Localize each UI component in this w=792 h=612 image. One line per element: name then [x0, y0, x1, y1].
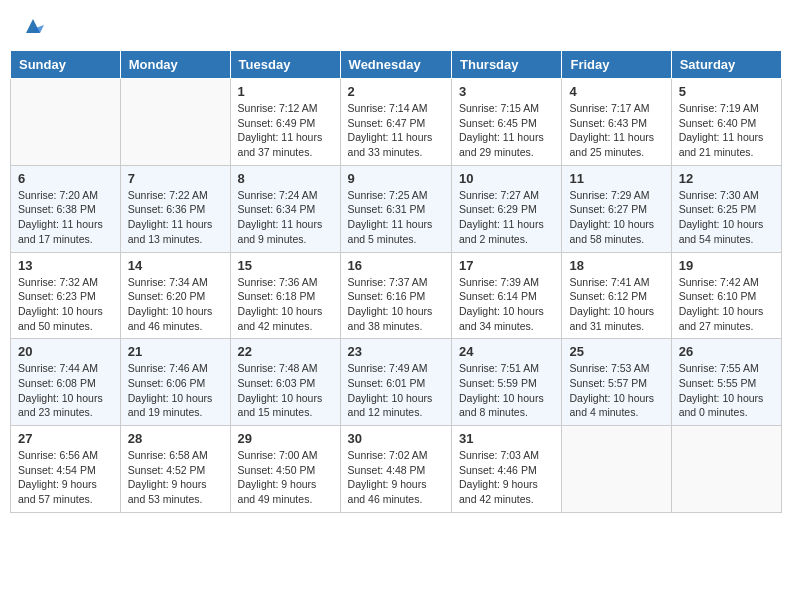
day-number: 10 — [459, 171, 554, 186]
calendar-week-2: 6Sunrise: 7:20 AM Sunset: 6:38 PM Daylig… — [11, 165, 782, 252]
day-number: 7 — [128, 171, 223, 186]
day-number: 29 — [238, 431, 333, 446]
day-info: Sunrise: 7:17 AM Sunset: 6:43 PM Dayligh… — [569, 101, 663, 160]
calendar-cell: 29Sunrise: 7:00 AM Sunset: 4:50 PM Dayli… — [230, 426, 340, 513]
day-info: Sunrise: 7:48 AM Sunset: 6:03 PM Dayligh… — [238, 361, 333, 420]
calendar-week-4: 20Sunrise: 7:44 AM Sunset: 6:08 PM Dayli… — [11, 339, 782, 426]
day-info: Sunrise: 7:37 AM Sunset: 6:16 PM Dayligh… — [348, 275, 444, 334]
day-info: Sunrise: 7:19 AM Sunset: 6:40 PM Dayligh… — [679, 101, 774, 160]
calendar-cell: 16Sunrise: 7:37 AM Sunset: 6:16 PM Dayli… — [340, 252, 451, 339]
calendar-cell: 23Sunrise: 7:49 AM Sunset: 6:01 PM Dayli… — [340, 339, 451, 426]
calendar-cell: 13Sunrise: 7:32 AM Sunset: 6:23 PM Dayli… — [11, 252, 121, 339]
calendar-cell: 21Sunrise: 7:46 AM Sunset: 6:06 PM Dayli… — [120, 339, 230, 426]
day-info: Sunrise: 6:58 AM Sunset: 4:52 PM Dayligh… — [128, 448, 223, 507]
column-header-monday: Monday — [120, 51, 230, 79]
day-info: Sunrise: 7:22 AM Sunset: 6:36 PM Dayligh… — [128, 188, 223, 247]
calendar-cell: 10Sunrise: 7:27 AM Sunset: 6:29 PM Dayli… — [452, 165, 562, 252]
day-number: 16 — [348, 258, 444, 273]
calendar-cell — [120, 79, 230, 166]
day-info: Sunrise: 7:25 AM Sunset: 6:31 PM Dayligh… — [348, 188, 444, 247]
page-header — [10, 10, 782, 42]
calendar-cell: 28Sunrise: 6:58 AM Sunset: 4:52 PM Dayli… — [120, 426, 230, 513]
day-info: Sunrise: 7:24 AM Sunset: 6:34 PM Dayligh… — [238, 188, 333, 247]
calendar-cell: 8Sunrise: 7:24 AM Sunset: 6:34 PM Daylig… — [230, 165, 340, 252]
day-number: 13 — [18, 258, 113, 273]
day-info: Sunrise: 6:56 AM Sunset: 4:54 PM Dayligh… — [18, 448, 113, 507]
column-header-wednesday: Wednesday — [340, 51, 451, 79]
day-info: Sunrise: 7:27 AM Sunset: 6:29 PM Dayligh… — [459, 188, 554, 247]
logo — [20, 15, 44, 37]
day-info: Sunrise: 7:55 AM Sunset: 5:55 PM Dayligh… — [679, 361, 774, 420]
day-info: Sunrise: 7:46 AM Sunset: 6:06 PM Dayligh… — [128, 361, 223, 420]
calendar-cell: 27Sunrise: 6:56 AM Sunset: 4:54 PM Dayli… — [11, 426, 121, 513]
day-number: 23 — [348, 344, 444, 359]
calendar-cell: 26Sunrise: 7:55 AM Sunset: 5:55 PM Dayli… — [671, 339, 781, 426]
day-number: 18 — [569, 258, 663, 273]
calendar-cell: 11Sunrise: 7:29 AM Sunset: 6:27 PM Dayli… — [562, 165, 671, 252]
day-info: Sunrise: 7:32 AM Sunset: 6:23 PM Dayligh… — [18, 275, 113, 334]
day-number: 6 — [18, 171, 113, 186]
day-number: 27 — [18, 431, 113, 446]
calendar-cell: 7Sunrise: 7:22 AM Sunset: 6:36 PM Daylig… — [120, 165, 230, 252]
day-number: 9 — [348, 171, 444, 186]
calendar-cell: 17Sunrise: 7:39 AM Sunset: 6:14 PM Dayli… — [452, 252, 562, 339]
day-number: 3 — [459, 84, 554, 99]
day-number: 12 — [679, 171, 774, 186]
calendar-week-5: 27Sunrise: 6:56 AM Sunset: 4:54 PM Dayli… — [11, 426, 782, 513]
day-number: 15 — [238, 258, 333, 273]
calendar-cell: 18Sunrise: 7:41 AM Sunset: 6:12 PM Dayli… — [562, 252, 671, 339]
day-number: 26 — [679, 344, 774, 359]
day-number: 4 — [569, 84, 663, 99]
calendar-cell: 24Sunrise: 7:51 AM Sunset: 5:59 PM Dayli… — [452, 339, 562, 426]
day-number: 8 — [238, 171, 333, 186]
column-header-saturday: Saturday — [671, 51, 781, 79]
day-number: 1 — [238, 84, 333, 99]
calendar-week-3: 13Sunrise: 7:32 AM Sunset: 6:23 PM Dayli… — [11, 252, 782, 339]
calendar-cell: 1Sunrise: 7:12 AM Sunset: 6:49 PM Daylig… — [230, 79, 340, 166]
day-info: Sunrise: 7:41 AM Sunset: 6:12 PM Dayligh… — [569, 275, 663, 334]
day-number: 22 — [238, 344, 333, 359]
calendar-cell: 22Sunrise: 7:48 AM Sunset: 6:03 PM Dayli… — [230, 339, 340, 426]
calendar-cell — [11, 79, 121, 166]
calendar-week-1: 1Sunrise: 7:12 AM Sunset: 6:49 PM Daylig… — [11, 79, 782, 166]
day-info: Sunrise: 7:20 AM Sunset: 6:38 PM Dayligh… — [18, 188, 113, 247]
calendar-cell: 2Sunrise: 7:14 AM Sunset: 6:47 PM Daylig… — [340, 79, 451, 166]
day-info: Sunrise: 7:03 AM Sunset: 4:46 PM Dayligh… — [459, 448, 554, 507]
column-header-friday: Friday — [562, 51, 671, 79]
day-number: 25 — [569, 344, 663, 359]
day-info: Sunrise: 7:42 AM Sunset: 6:10 PM Dayligh… — [679, 275, 774, 334]
day-info: Sunrise: 7:02 AM Sunset: 4:48 PM Dayligh… — [348, 448, 444, 507]
day-number: 14 — [128, 258, 223, 273]
day-info: Sunrise: 7:15 AM Sunset: 6:45 PM Dayligh… — [459, 101, 554, 160]
calendar-cell: 6Sunrise: 7:20 AM Sunset: 6:38 PM Daylig… — [11, 165, 121, 252]
day-info: Sunrise: 7:12 AM Sunset: 6:49 PM Dayligh… — [238, 101, 333, 160]
day-info: Sunrise: 7:14 AM Sunset: 6:47 PM Dayligh… — [348, 101, 444, 160]
logo-icon — [22, 15, 44, 37]
calendar-cell: 30Sunrise: 7:02 AM Sunset: 4:48 PM Dayli… — [340, 426, 451, 513]
calendar-cell: 3Sunrise: 7:15 AM Sunset: 6:45 PM Daylig… — [452, 79, 562, 166]
day-number: 31 — [459, 431, 554, 446]
day-info: Sunrise: 7:00 AM Sunset: 4:50 PM Dayligh… — [238, 448, 333, 507]
day-info: Sunrise: 7:53 AM Sunset: 5:57 PM Dayligh… — [569, 361, 663, 420]
day-number: 5 — [679, 84, 774, 99]
day-info: Sunrise: 7:49 AM Sunset: 6:01 PM Dayligh… — [348, 361, 444, 420]
column-header-sunday: Sunday — [11, 51, 121, 79]
day-number: 21 — [128, 344, 223, 359]
calendar-cell: 5Sunrise: 7:19 AM Sunset: 6:40 PM Daylig… — [671, 79, 781, 166]
calendar-cell — [562, 426, 671, 513]
calendar-cell: 14Sunrise: 7:34 AM Sunset: 6:20 PM Dayli… — [120, 252, 230, 339]
day-info: Sunrise: 7:36 AM Sunset: 6:18 PM Dayligh… — [238, 275, 333, 334]
calendar-cell: 15Sunrise: 7:36 AM Sunset: 6:18 PM Dayli… — [230, 252, 340, 339]
day-number: 24 — [459, 344, 554, 359]
calendar-cell — [671, 426, 781, 513]
day-number: 11 — [569, 171, 663, 186]
day-number: 2 — [348, 84, 444, 99]
calendar-header-row: SundayMondayTuesdayWednesdayThursdayFrid… — [11, 51, 782, 79]
calendar-cell: 4Sunrise: 7:17 AM Sunset: 6:43 PM Daylig… — [562, 79, 671, 166]
calendar-cell: 25Sunrise: 7:53 AM Sunset: 5:57 PM Dayli… — [562, 339, 671, 426]
day-info: Sunrise: 7:29 AM Sunset: 6:27 PM Dayligh… — [569, 188, 663, 247]
calendar-cell: 20Sunrise: 7:44 AM Sunset: 6:08 PM Dayli… — [11, 339, 121, 426]
day-info: Sunrise: 7:51 AM Sunset: 5:59 PM Dayligh… — [459, 361, 554, 420]
column-header-tuesday: Tuesday — [230, 51, 340, 79]
calendar-cell: 19Sunrise: 7:42 AM Sunset: 6:10 PM Dayli… — [671, 252, 781, 339]
